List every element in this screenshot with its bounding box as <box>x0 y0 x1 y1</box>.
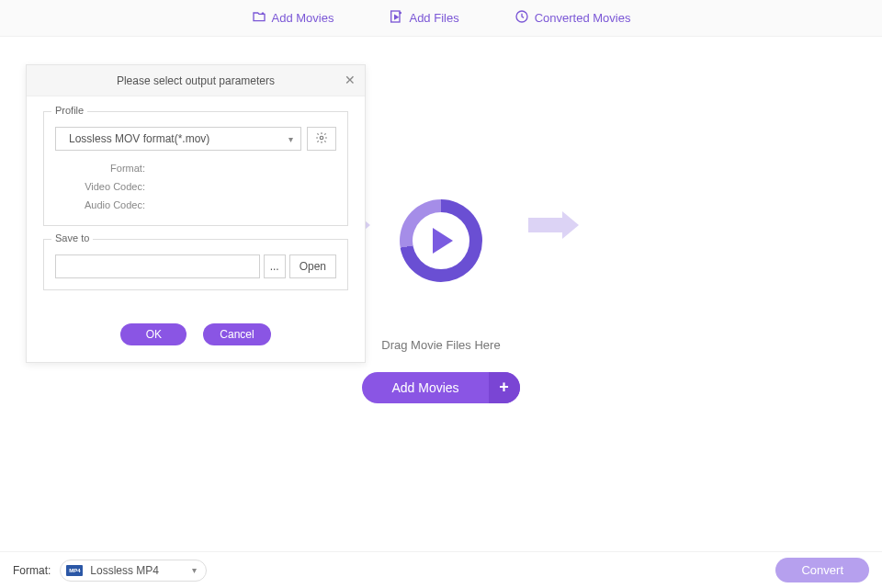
format-thumb-icon: MP4 <box>66 565 83 576</box>
profile-select[interactable]: Lossless MOV format(*.mov) ▾ <box>55 127 301 151</box>
chevron-down-icon: ▾ <box>192 565 197 575</box>
profile-legend: Profile <box>51 105 87 116</box>
output-params-dialog: Please select output parameters ✕ Profil… <box>26 64 366 363</box>
convert-button-label: Convert <box>801 563 843 577</box>
cancel-button-label: Cancel <box>220 328 254 341</box>
play-graphic <box>340 186 542 296</box>
profile-selected-value: Lossless MOV format(*.mov) <box>69 132 209 145</box>
add-movies-tab-label: Add Movies <box>272 11 334 25</box>
meta-audio-codec-label: Audio Codec: <box>74 197 145 215</box>
cancel-button[interactable]: Cancel <box>203 323 270 345</box>
add-files-tab-label: Add Files <box>409 11 458 25</box>
save-to-fieldset: Save to ... Open <box>43 239 348 290</box>
gear-icon <box>315 131 328 147</box>
profile-meta: Format: Video Codec: Audio Codec: <box>55 160 336 214</box>
svg-point-2 <box>320 136 323 140</box>
profile-fieldset: Profile Lossless MOV format(*.mov) ▾ For… <box>43 111 348 226</box>
drag-hint-label: Drag Movie Files Here <box>381 338 500 352</box>
close-icon[interactable]: ✕ <box>345 73 356 87</box>
save-path-input[interactable] <box>55 254 260 278</box>
add-files-tab[interactable]: Add Files <box>389 9 458 27</box>
meta-format-label: Format: <box>74 160 145 178</box>
play-circle-icon <box>400 199 482 282</box>
format-label: Format: <box>13 564 51 577</box>
dialog-title: Please select output parameters <box>117 74 275 87</box>
browse-button-label: ... <box>270 260 279 273</box>
open-button-label: Open <box>300 260 326 273</box>
add-movies-tab[interactable]: Add Movies <box>252 9 334 27</box>
format-selected-value: Lossless MP4 <box>90 564 185 577</box>
profile-settings-button[interactable] <box>307 127 336 151</box>
add-movies-button-label: Add Movies <box>362 373 488 402</box>
converted-movies-tab[interactable]: Converted Movies <box>514 9 631 27</box>
open-button[interactable]: Open <box>289 254 336 278</box>
dialog-buttons: OK Cancel <box>27 312 365 362</box>
add-movies-button[interactable]: Add Movies + <box>362 372 519 403</box>
format-select[interactable]: MP4 Lossless MP4 ▾ <box>60 560 207 582</box>
browse-button[interactable]: ... <box>264 254 286 278</box>
save-to-legend: Save to <box>51 232 93 243</box>
chevron-down-icon: ▾ <box>288 134 293 144</box>
convert-button[interactable]: Convert <box>775 558 869 582</box>
clock-icon <box>514 9 529 27</box>
ok-button-label: OK <box>146 328 162 341</box>
meta-video-codec-label: Video Codec: <box>74 178 145 197</box>
bottom-bar: Format: MP4 Lossless MP4 ▾ Convert <box>0 551 882 588</box>
ok-button[interactable]: OK <box>120 323 187 345</box>
folder-plus-icon <box>252 9 266 27</box>
plus-icon[interactable]: + <box>489 372 520 403</box>
converted-movies-tab-label: Converted Movies <box>535 11 631 25</box>
file-plus-icon <box>389 9 403 27</box>
arrow-icon <box>528 211 579 239</box>
dialog-header: Please select output parameters ✕ <box>27 65 365 96</box>
top-toolbar: Add Movies Add Files Converted Movies <box>0 0 882 37</box>
